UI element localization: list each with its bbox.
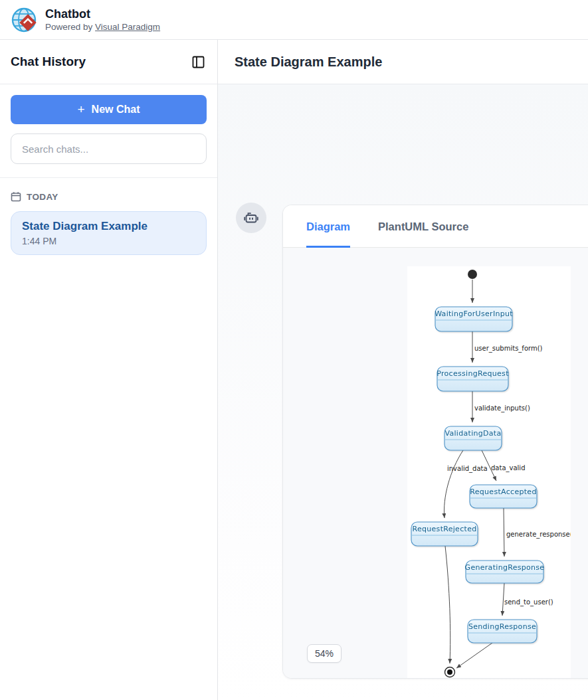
main-panel: State Diagram Example Diagram: [218, 40, 588, 700]
sidebar-header: Chat History: [0, 40, 217, 84]
zoom-level-badge[interactable]: 54%: [307, 644, 342, 663]
state-ValidatingData: ValidatingData: [444, 426, 502, 450]
conversation-title: State Diagram Example: [235, 54, 382, 70]
app-title: Chatbot: [45, 7, 160, 22]
chat-item-title: State Diagram Example: [22, 220, 195, 233]
new-chat-button[interactable]: + New Chat: [11, 95, 207, 124]
panel-left-icon: [192, 56, 205, 68]
state-label: WaitingForUserInput: [435, 309, 513, 318]
today-section-header: TODAY: [0, 178, 217, 211]
tab-diagram[interactable]: Diagram: [306, 205, 350, 248]
plus-icon: +: [77, 102, 84, 117]
sidebar-actions: + New Chat: [0, 84, 217, 178]
transition-edge: [445, 546, 450, 663]
state-label: ProcessingRequest: [437, 369, 509, 378]
transition-label: user_submits_form(): [474, 345, 543, 353]
tab-plantuml-source[interactable]: PlantUML Source: [378, 205, 468, 248]
state-diagram-svg: user_submits_form()validate_inputs()inva…: [407, 266, 571, 679]
state-label: RequestAccepted: [470, 487, 536, 496]
state-diagram[interactable]: user_submits_form()validate_inputs()inva…: [407, 266, 571, 679]
search-input[interactable]: [11, 133, 207, 164]
transition-label: validate_inputs(): [474, 404, 530, 412]
state-RequestRejected: RequestRejected: [411, 522, 478, 546]
transition-label: send_to_user(): [504, 598, 553, 606]
transition-edge: [504, 508, 504, 557]
state-label: RequestRejected: [412, 525, 476, 533]
chat-history-sidebar: Chat History + New Chat TODAY: [0, 40, 218, 700]
transition-label: data_valid: [491, 464, 525, 472]
powered-by-text: Powered by: [45, 22, 92, 32]
state-label: SendingResponse: [468, 622, 536, 631]
new-chat-label: New Chat: [92, 104, 140, 116]
transition-edge: [444, 450, 463, 518]
powered-by: Powered by Visual Paradigm: [45, 22, 160, 32]
final-state: [445, 667, 455, 677]
calendar-icon: [11, 191, 21, 202]
app-title-block: Chatbot Powered by Visual Paradigm: [45, 7, 160, 32]
sidebar-title: Chat History: [11, 54, 86, 69]
visual-paradigm-link[interactable]: Visual Paradigm: [95, 22, 160, 32]
visual-paradigm-logo-icon: [11, 6, 39, 34]
bot-avatar: [236, 203, 266, 233]
conversation-body: Diagram PlantUML Source user_submits_for…: [218, 84, 588, 700]
state-ProcessingRequest: ProcessingRequest: [437, 367, 509, 391]
state-label: ValidatingData: [444, 429, 501, 438]
state-SendingResponse: SendingResponse: [468, 620, 537, 643]
transition-label: invalid_data: [447, 465, 488, 473]
diagram-viewport[interactable]: user_submits_form()validate_inputs()inva…: [283, 248, 588, 678]
tab-bar: Diagram PlantUML Source: [283, 205, 588, 248]
chat-item-time: 1:44 PM: [22, 236, 195, 246]
state-WaitingForUserInput: WaitingForUserInput: [435, 307, 513, 331]
diagram-message-card: Diagram PlantUML Source user_submits_for…: [282, 205, 588, 679]
collapse-sidebar-button[interactable]: [189, 53, 207, 70]
transition-edge: [456, 643, 492, 668]
app-header: Chatbot Powered by Visual Paradigm: [0, 0, 588, 40]
today-label: TODAY: [27, 192, 58, 202]
transition-label: generate_response(): [506, 531, 571, 539]
initial-state: [468, 270, 477, 279]
conversation-header: State Diagram Example: [218, 40, 588, 84]
robot-icon: [243, 209, 260, 226]
state-GeneratingResponse: GeneratingResponse: [465, 561, 545, 583]
state-RequestAccepted: RequestAccepted: [470, 485, 537, 508]
state-label: GeneratingResponse: [465, 563, 545, 572]
chat-list-item[interactable]: State Diagram Example 1:44 PM: [11, 211, 207, 255]
